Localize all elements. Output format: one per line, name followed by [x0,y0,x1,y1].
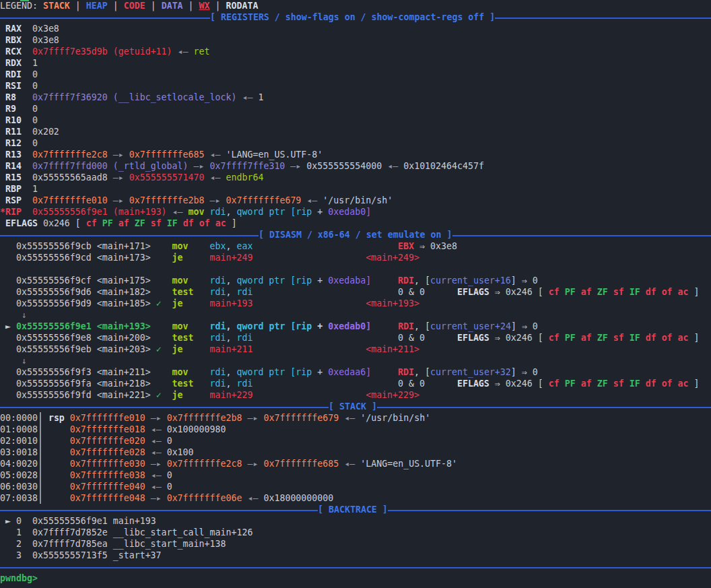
disasm-line: 0x55555556f9d9 <main+185> ✓ je main+193 … [0,298,711,309]
disasm-line: 0x55555556f9cf <main+175> mov rdi, qword… [0,275,711,286]
disasm-line: 0x55555556f9fa <main+218> test rdi, rdi … [0,378,711,389]
disasm-header-label: [ DISASM / x86-64 / set emulate on ] [259,229,452,240]
prompt-line: pwndbg> [0,573,711,584]
reg-eflags: EFLAGS 0x246 [ cf PF af ZF sf IF df of a… [0,218,711,229]
stack-row-05: 05:0028 0x7fffffffe038 ◂— 0 [0,469,711,481]
disasm-header: [ DISASM / x86-64 / set emulate on ] [0,229,711,240]
reg-rcx: RCX 0x7ffff7e35d9b (getuid+11) ◂— ret [0,46,711,57]
reg-rsi: RSI 0 [0,80,711,92]
stack-row-01: 01:0008 0x7fffffffe018 ◂— 0x100000980 [0,424,711,435]
backtrace-frame-1: 1 0x7ffff7d7852e __libc_start_call_main+… [0,527,711,538]
stack-row-04: 04:0020 0x7fffffffe030 —▸ 0x7fffffffe2c8… [0,458,711,469]
disasm-flow-arrow: ↓ [0,309,711,321]
reg-r14: R14 0x7ffff7ffd000 (_rtld_global) —▸ 0x7… [0,160,711,172]
stack-row-00: 00:0000 rsp 0x7fffffffe010 —▸ 0x7fffffff… [0,412,711,424]
disasm-line: 0x55555556f9fd <main+221> ✓ je main+229 … [0,389,711,401]
backtrace-frame-2: 2 0x7ffff7d785ea __libc_start_main+138 [0,538,711,550]
separator [0,561,711,573]
reg-rdi: RDI 0 [0,69,711,80]
reg-rbp: RBP 1 [0,183,711,195]
stack-row-07: 07:0038 0x7fffffffe048 —▸ 0x7fffffffe06e… [0,492,711,504]
disasm-line: 0x55555556f9eb <main+203> ✓ je main+211 … [0,344,711,355]
reg-r12: R12 0 [0,137,711,149]
stack-header-label: [ STACK ] [329,401,377,412]
disasm-line: 0x55555556f9e8 <main+200> test rdi, rdi … [0,332,711,344]
legend-line: LEGEND: STACK | HEAP | CODE | DATA | WX … [0,0,711,11]
reg-rax: RAX 0x3e8 [0,23,711,34]
stack-header: [ STACK ] [0,401,711,412]
reg-rdx: RDX 1 [0,57,711,69]
disasm-line: 0x55555556f9f3 <main+211> mov rdi, qword… [0,366,711,378]
registers-header-label: [ REGISTERS / show-flags on / show-compa… [210,11,495,23]
stack-row-03: 03:0018 0x7fffffffe028 ◂— 0x100 [0,447,711,458]
reg-rip: *RIP 0x55555556f9e1 (main+193) ◂— mov rd… [0,206,711,218]
reg-r10: R10 0 [0,115,711,126]
separator-rule [0,567,711,568]
backtrace-frame-3: 3 0x5555555713f5 _start+37 [0,550,711,561]
stack-row-06: 06:0030 0x7fffffffe040 ◂— 0 [0,481,711,492]
reg-r13: R13 0x7fffffffe2c8 —▸ 0x7fffffffe685 ◂— … [0,149,711,160]
reg-rbx: RBX 0x3e8 [0,34,711,46]
reg-rsp: RSP 0x7fffffffe010 —▸ 0x7fffffffe2b8 —▸ … [0,195,711,206]
backtrace-frame-0: ► 0 0x55555556f9e1 main+193 [0,515,711,527]
disasm-line: 0x55555556f9cd <main+173> je main+249 <m… [0,252,711,263]
disasm-line: 0x55555556f9cb <main+171> mov ebx, eax E… [0,240,711,252]
reg-r9: R9 0 [0,103,711,115]
terminal[interactable]: LEGEND: STACK | HEAP | CODE | DATA | WX … [0,0,711,588]
disasm-line: 0x55555556f9d6 <main+182> test rdi, rdi … [0,286,711,298]
backtrace-header: [ BACKTRACE ] [0,504,711,515]
disasm-line [0,263,711,275]
reg-r8: R8 0x7ffff7f36920 (__libc_setlocale_lock… [0,92,711,103]
stack-row-02: 02:0010 0x7fffffffe020 ◂— 0 [0,435,711,447]
disasm-flow-arrow: ↓ [0,355,711,366]
backtrace-header-label: [ BACKTRACE ] [318,504,388,515]
registers-header: [ REGISTERS / show-flags on / show-compa… [0,11,711,23]
disasm-current-line: ► 0x55555556f9e1 <main+193> mov rdi, qwo… [0,321,711,332]
reg-r15: R15 0x55555565aad8 —▸ 0x555555571470 ◂— … [0,172,711,183]
reg-r11: R11 0x202 [0,126,711,137]
